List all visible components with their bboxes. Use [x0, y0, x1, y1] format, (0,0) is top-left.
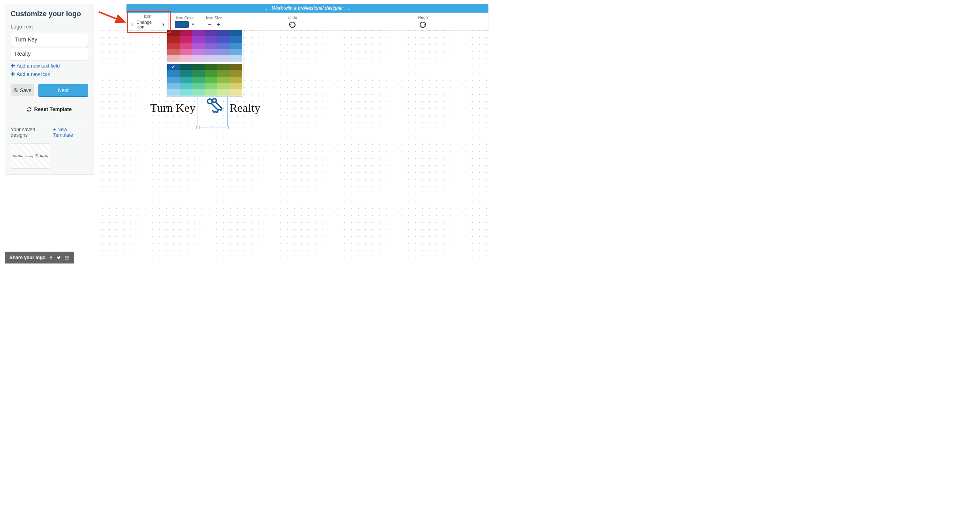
redo-label: Redo [361, 15, 485, 20]
color-swatch[interactable] [230, 49, 242, 55]
color-swatch[interactable] [217, 89, 230, 96]
color-swatch[interactable] [230, 30, 242, 36]
reset-label: Reset Template [34, 106, 72, 112]
color-swatch[interactable] [205, 55, 217, 62]
color-swatch[interactable] [205, 89, 217, 96]
color-swatch[interactable] [192, 77, 205, 83]
color-label: Icon Color [172, 16, 198, 20]
resize-handle[interactable] [196, 126, 200, 129]
plus-icon: ✚ [11, 71, 15, 77]
save-button[interactable]: Save [11, 84, 34, 96]
color-swatch[interactable] [192, 89, 205, 96]
color-palette-popup [166, 29, 243, 97]
resize-handle[interactable] [226, 126, 229, 129]
color-swatch[interactable] [192, 49, 205, 55]
customize-section: Customize your logo Logo Text ✚ Add a ne… [5, 4, 94, 121]
icon-label: Icon [130, 14, 165, 19]
color-swatch[interactable] [205, 30, 217, 36]
color-swatch[interactable] [230, 36, 242, 43]
color-swatch[interactable] [230, 43, 242, 49]
caret-down-icon: ▼ [191, 23, 195, 26]
canvas-area[interactable] [99, 27, 490, 264]
refresh-icon [27, 107, 32, 112]
color-swatch[interactable] [192, 83, 205, 89]
color-swatch[interactable] [217, 36, 230, 43]
color-swatch[interactable] [167, 43, 180, 49]
size-label: Icon Size [204, 16, 224, 20]
color-swatch[interactable] [205, 70, 217, 77]
color-swatch[interactable] [230, 55, 242, 62]
color-swatch[interactable] [167, 64, 180, 70]
color-swatch[interactable] [167, 30, 180, 36]
color-swatch[interactable] [192, 64, 205, 70]
color-swatch[interactable] [167, 49, 180, 55]
color-swatch[interactable] [217, 77, 230, 83]
color-swatch[interactable] [180, 30, 192, 36]
saved-designs-section: Your saved designs + New Template Five-S… [5, 121, 94, 174]
keys-icon [130, 23, 134, 27]
next-label: Next [58, 87, 69, 93]
add-icon-link[interactable]: ✚ Add a new icon [11, 71, 88, 77]
color-swatch[interactable] [217, 64, 230, 70]
color-swatch[interactable] [167, 77, 180, 83]
caret-down-icon: ▼ [162, 23, 165, 26]
color-swatch[interactable] [192, 55, 205, 62]
color-swatch[interactable] [180, 70, 192, 77]
sidebar: Customize your logo Logo Text ✚ Add a ne… [5, 4, 94, 175]
save-icon [13, 88, 18, 92]
color-swatch[interactable] [180, 43, 192, 49]
color-swatch[interactable] [192, 30, 205, 36]
designer-bar-text: Work with a professional designer [272, 6, 343, 11]
saved-design-card[interactable]: Five-Star Housing Realty [11, 143, 50, 169]
color-swatch[interactable] [180, 77, 192, 83]
color-swatch[interactable] [217, 30, 230, 36]
color-swatch[interactable] [230, 77, 242, 83]
color-swatch[interactable] [167, 70, 180, 77]
logo-text-line2-input[interactable] [11, 47, 88, 60]
color-swatch[interactable] [217, 49, 230, 55]
designer-bar[interactable]: ⌄ Work with a professional designer ⌄ [126, 4, 488, 13]
color-swatch[interactable] [217, 55, 230, 62]
add-text-field-link[interactable]: ✚ Add a new text field [11, 63, 88, 69]
reset-template-link[interactable]: Reset Template [11, 106, 88, 112]
color-swatch[interactable] [217, 83, 230, 89]
logo-text-left: Turn Key [150, 101, 196, 115]
color-swatch[interactable] [180, 36, 192, 43]
color-swatch[interactable] [180, 83, 192, 89]
color-swatch[interactable] [230, 89, 242, 96]
color-swatch[interactable] [205, 64, 217, 70]
color-swatch[interactable] [205, 49, 217, 55]
color-swatch[interactable] [180, 55, 192, 62]
color-swatch[interactable] [167, 36, 180, 43]
logo-text-label: Logo Text [11, 24, 88, 30]
color-swatch[interactable] [217, 70, 230, 77]
twitter-icon[interactable] [57, 256, 61, 260]
color-swatch[interactable] [192, 36, 205, 43]
color-swatch[interactable] [167, 55, 180, 62]
color-swatch[interactable] [167, 89, 180, 96]
color-swatch[interactable] [205, 83, 217, 89]
color-swatch[interactable] [205, 36, 217, 43]
facebook-icon[interactable] [49, 256, 53, 260]
next-button[interactable]: Next [38, 84, 88, 96]
color-swatch[interactable] [192, 43, 205, 49]
svg-line-4 [99, 12, 125, 22]
color-swatch[interactable] [180, 64, 192, 70]
new-template-link[interactable]: + New Template [53, 127, 88, 138]
logo-text-line1-input[interactable] [11, 33, 88, 46]
chevron-down-icon: ⌄ [347, 6, 350, 11]
color-swatch[interactable] [205, 43, 217, 49]
color-swatch[interactable] [167, 83, 180, 89]
resize-handle[interactable] [211, 126, 214, 129]
color-swatch[interactable] [192, 70, 205, 77]
color-swatch[interactable] [180, 89, 192, 96]
color-swatch[interactable] [230, 70, 242, 77]
color-swatch[interactable] [180, 49, 192, 55]
color-swatch[interactable] [230, 64, 242, 70]
email-icon[interactable] [64, 256, 70, 260]
undo-label: Undo [230, 15, 354, 20]
color-swatch[interactable] [230, 83, 242, 89]
saved-card-text-right: Realty [40, 154, 49, 158]
color-swatch[interactable] [205, 77, 217, 83]
color-swatch[interactable] [217, 43, 230, 49]
